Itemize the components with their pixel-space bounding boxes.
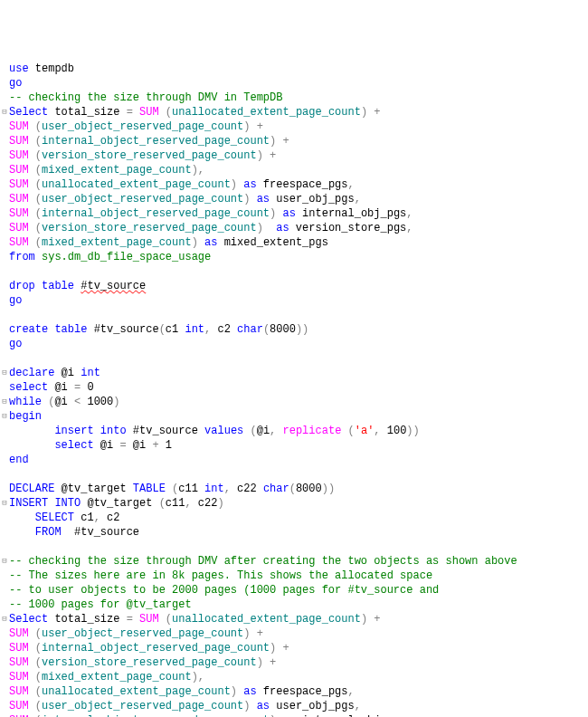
fold-gutter	[0, 235, 9, 250]
token-black: c22	[231, 483, 263, 495]
fold-gutter[interactable]: ⊟	[0, 395, 9, 409]
token-gray: (	[35, 671, 42, 684]
fold-gutter[interactable]: ⊟	[0, 105, 9, 120]
token-blue: as	[257, 700, 270, 712]
token-black	[341, 425, 347, 437]
token-black	[166, 483, 172, 495]
fold-gutter[interactable]: ⊟	[0, 366, 9, 380]
token-blue: TABLE	[133, 483, 166, 495]
token-black_squiggle: #tv_source	[81, 280, 146, 292]
token-blue: as	[257, 193, 270, 206]
token-gray: ))	[296, 323, 308, 336]
fold-gutter[interactable]: ⊟	[0, 612, 9, 626]
token-black	[35, 280, 42, 292]
line-content: SUM (version_store_reserved_page_count) …	[9, 655, 588, 670]
token-black: @i	[54, 396, 74, 408]
token-magenta: SUM	[9, 207, 29, 220]
token-green: -- to user objects to be 2000 pages (100…	[9, 584, 439, 597]
fold-gutter[interactable]: ⊟	[0, 496, 9, 511]
code-line	[0, 467, 588, 482]
code-line: end	[0, 453, 588, 467]
token-black: c22	[192, 497, 218, 510]
token-black	[198, 236, 204, 249]
token-blue: select	[9, 381, 48, 394]
token-black: c11	[166, 497, 185, 510]
token-black: @i	[48, 381, 74, 394]
fold-gutter	[0, 482, 9, 496]
fold-gutter	[0, 511, 9, 525]
fold-gutter[interactable]: ⊟	[0, 554, 9, 569]
token-black: c2	[211, 323, 237, 336]
token-gray: (	[35, 642, 42, 655]
line-content: use tempdb	[9, 62, 588, 76]
token-gray: (	[35, 207, 42, 220]
token-gray: (	[35, 236, 42, 249]
fold-gutter	[0, 713, 9, 717]
code-line: SUM (user_object_reserved_page_count) as…	[0, 192, 588, 206]
token-black: freespace_pgs	[257, 685, 348, 698]
token-gray: ,	[348, 178, 355, 191]
token-magenta: SUM	[9, 164, 29, 177]
token-black	[29, 193, 35, 206]
sql-editor[interactable]: use tempdb go -- checking the size throu…	[0, 62, 588, 717]
token-blue: FROM	[35, 526, 62, 539]
token-gray: )	[257, 222, 263, 234]
token-gray: ,	[198, 164, 204, 177]
token-black: c2	[100, 511, 120, 524]
fold-gutter	[0, 279, 9, 293]
token-black: @i	[257, 425, 270, 437]
token-gray: (	[159, 497, 166, 510]
line-content: SUM (mixed_extent_page_count) as mixed_e…	[9, 235, 588, 250]
token-blue: char	[237, 323, 263, 336]
code-line: SUM (internal_object_reserved_page_count…	[0, 206, 588, 221]
token-black	[29, 700, 35, 712]
token-gray: ,	[185, 497, 191, 510]
token-gray: (	[35, 193, 42, 206]
token-black: user_obj_pgs	[270, 193, 355, 206]
token-teal: user_object_reserved_page_count	[42, 193, 243, 206]
token-black	[29, 685, 35, 698]
token-gray: +	[282, 642, 289, 655]
token-black	[29, 656, 35, 669]
token-black	[29, 135, 35, 148]
token-black	[276, 425, 282, 437]
token-blue: while	[9, 396, 42, 408]
token-teal: internal_object_reserved_page_count	[42, 642, 270, 655]
token-black	[29, 236, 35, 249]
token-blue: go	[9, 338, 22, 350]
token-gray: (	[159, 323, 166, 336]
token-magenta: SUM	[139, 106, 159, 119]
fold-gutter	[0, 467, 9, 482]
token-gray: (	[35, 222, 42, 234]
token-black: total_size	[48, 613, 126, 626]
token-green: -- The sizes here are in 8k pages. This …	[9, 569, 432, 582]
fold-gutter	[0, 264, 9, 279]
line-content: SUM (user_object_reserved_page_count) +	[9, 120, 588, 134]
line-content: SUM (user_object_reserved_page_count) as…	[9, 699, 588, 713]
line-content: from sys.dm_db_file_space_usage	[9, 250, 588, 264]
token-black	[263, 222, 276, 234]
token-green: -- 1000 pages for @tv_target	[9, 598, 192, 611]
token-black: @tv_target	[54, 483, 132, 495]
fold-gutter	[0, 351, 9, 366]
token-blue: int	[204, 483, 224, 495]
fold-gutter[interactable]: ⊟	[0, 409, 9, 424]
token-blue: as	[243, 685, 256, 698]
token-blue: SELECT	[35, 511, 74, 524]
token-black	[9, 425, 54, 437]
line-content: SUM (version_store_reserved_page_count) …	[9, 148, 588, 163]
token-gray: ,	[224, 483, 231, 495]
token-gray: )	[192, 671, 198, 684]
token-black	[29, 222, 35, 234]
code-line: SUM (mixed_extent_page_count) as mixed_e…	[0, 235, 588, 250]
token-black	[29, 149, 35, 162]
token-black: #tv_source	[127, 425, 204, 437]
token-green: -- checking the size through DMV after c…	[9, 555, 517, 568]
token-magenta: SUM	[9, 642, 29, 655]
token-black: total_size	[48, 106, 126, 119]
line-content: end	[9, 453, 588, 467]
code-line: select @i = 0	[0, 380, 588, 395]
line-content: SUM (version_store_reserved_page_count) …	[9, 221, 588, 235]
token-magenta: SUM	[9, 236, 29, 249]
fold-gutter	[0, 322, 9, 337]
